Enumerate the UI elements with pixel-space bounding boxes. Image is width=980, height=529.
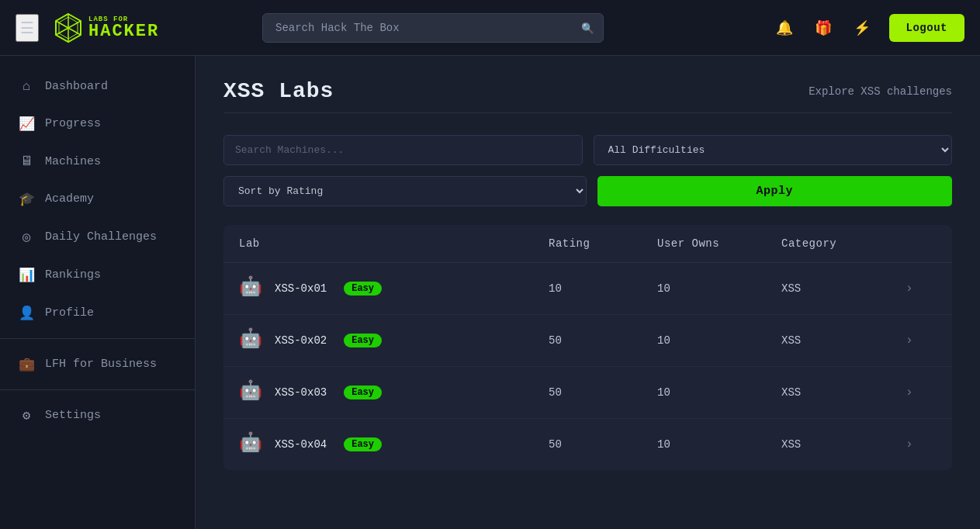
sidebar-item-label: Profile — [45, 306, 94, 320]
rating-value: 50 — [549, 334, 657, 347]
sidebar-item-dashboard[interactable]: ⌂ Dashboard — [0, 68, 195, 105]
apply-button[interactable]: Apply — [597, 176, 953, 206]
lab-cell: 🤖 XSS-0x03 Easy — [239, 379, 549, 406]
sidebar-item-label: Rankings — [45, 268, 101, 282]
topnav: ☰ LABS FOR HACKER 🔍 🔔 🎁 ⚡ Logout — [0, 0, 980, 56]
main-layout: ⌂ Dashboard 📈 Progress 🖥 Machines 🎓 Acad… — [0, 56, 980, 529]
search-input[interactable] — [262, 13, 604, 43]
rating-value: 50 — [549, 438, 657, 451]
daily-challenges-icon: ◎ — [19, 229, 34, 245]
user-owns-value: 10 — [657, 282, 781, 295]
category-value: XSS — [781, 438, 906, 451]
logo-hacker-label: HACKER — [88, 23, 159, 40]
profile-icon: 👤 — [19, 305, 34, 321]
col-lab: Lab — [239, 237, 549, 250]
table-row[interactable]: 🤖 XSS-0x02 Easy 50 10 XSS › — [223, 315, 952, 367]
user-owns-value: 10 — [657, 386, 781, 399]
category-value: XSS — [781, 386, 906, 399]
machines-icon: 🖥 — [19, 154, 34, 169]
difficulty-select[interactable]: All Difficulties Easy Medium Hard Insane — [594, 135, 953, 165]
lightning-icon[interactable]: ⚡ — [850, 16, 874, 40]
sidebar-item-progress[interactable]: 📈 Progress — [0, 105, 195, 143]
sidebar-item-label: LFH for Business — [45, 358, 157, 371]
nav-icons: 🔔 🎁 ⚡ Logout — [773, 14, 964, 42]
lab-name: XSS-0x01 — [275, 282, 327, 295]
difficulty-badge: Easy — [344, 386, 382, 399]
category-value: XSS — [781, 282, 906, 295]
settings-icon: ⚙ — [19, 407, 34, 424]
sidebar-item-academy[interactable]: 🎓 Academy — [0, 180, 195, 218]
col-rating: Rating — [549, 237, 657, 250]
sidebar-item-label: Settings — [45, 409, 101, 422]
sidebar: ⌂ Dashboard 📈 Progress 🖥 Machines 🎓 Acad… — [0, 56, 196, 529]
logo: LABS FOR HACKER — [51, 11, 159, 45]
row-arrow-icon: › — [906, 282, 937, 296]
filter-row-2: Sort by Rating Sort by Name Sort by User… — [223, 176, 952, 206]
lab-cell: 🤖 XSS-0x01 Easy — [239, 275, 549, 302]
row-arrow-icon: › — [906, 437, 937, 451]
labs-table: Lab Rating User Owns Category 🤖 XSS-0x01… — [223, 225, 952, 470]
table-row[interactable]: 🤖 XSS-0x04 Easy 50 10 XSS › — [223, 419, 952, 470]
content: XSS Labs Explore XSS challenges All Diff… — [196, 56, 980, 529]
logo-icon — [51, 11, 85, 45]
explore-link[interactable]: Explore XSS challenges — [809, 85, 952, 98]
filters: All Difficulties Easy Medium Hard Insane… — [223, 135, 952, 206]
academy-icon: 🎓 — [19, 191, 34, 207]
notifications-icon[interactable]: 🔔 — [773, 16, 796, 40]
sidebar-item-label: Dashboard — [45, 80, 108, 93]
sidebar-divider-2 — [0, 389, 195, 390]
lab-cell: 🤖 XSS-0x02 Easy — [239, 327, 549, 354]
table-header: Lab Rating User Owns Category — [223, 225, 952, 263]
page-header: XSS Labs Explore XSS challenges — [223, 79, 952, 103]
sidebar-item-label: Machines — [45, 155, 101, 168]
lfh-business-icon: 💼 — [19, 356, 34, 372]
sidebar-item-label: Academy — [45, 192, 94, 206]
difficulty-badge: Easy — [344, 334, 382, 347]
robot-icon: 🤖 — [239, 327, 265, 354]
robot-icon: 🤖 — [239, 379, 265, 406]
sidebar-item-settings[interactable]: ⚙ Settings — [0, 396, 195, 434]
row-arrow-icon: › — [906, 334, 937, 347]
robot-icon: 🤖 — [239, 431, 265, 458]
rating-value: 10 — [549, 282, 657, 295]
category-value: XSS — [781, 334, 906, 347]
sidebar-item-daily-challenges[interactable]: ◎ Daily Challenges — [0, 218, 195, 256]
gift-icon[interactable]: 🎁 — [812, 16, 835, 40]
rating-value: 50 — [549, 386, 657, 399]
sidebar-item-rankings[interactable]: 📊 Rankings — [0, 256, 195, 294]
table-row[interactable]: 🤖 XSS-0x03 Easy 50 10 XSS › — [223, 367, 952, 419]
col-category: Category — [781, 237, 906, 250]
robot-icon: 🤖 — [239, 275, 265, 302]
logout-button[interactable]: Logout — [889, 14, 964, 42]
rankings-icon: 📊 — [19, 267, 34, 283]
sidebar-item-profile[interactable]: 👤 Profile — [0, 294, 195, 332]
hamburger-menu[interactable]: ☰ — [16, 14, 39, 42]
sidebar-item-lfh-business[interactable]: 💼 LFH for Business — [0, 345, 195, 383]
search-machines-input[interactable] — [223, 135, 583, 165]
sidebar-item-label: Progress — [45, 117, 101, 130]
table-row[interactable]: 🤖 XSS-0x01 Easy 10 10 XSS › — [223, 263, 952, 315]
user-owns-value: 10 — [657, 438, 781, 451]
search-button[interactable]: 🔍 — [581, 22, 594, 33]
sidebar-item-label: Daily Challenges — [45, 230, 157, 244]
sort-select[interactable]: Sort by Rating Sort by Name Sort by User… — [223, 176, 587, 206]
dashboard-icon: ⌂ — [19, 79, 34, 94]
col-arrow-header — [906, 237, 937, 250]
difficulty-badge: Easy — [344, 437, 382, 451]
col-user-owns: User Owns — [657, 237, 781, 250]
lab-name: XSS-0x04 — [275, 438, 327, 451]
lab-cell: 🤖 XSS-0x04 Easy — [239, 431, 549, 458]
row-arrow-icon: › — [906, 386, 937, 399]
filter-row-1: All Difficulties Easy Medium Hard Insane — [223, 135, 952, 165]
progress-icon: 📈 — [19, 116, 34, 132]
lab-name: XSS-0x02 — [275, 334, 327, 347]
difficulty-badge: Easy — [344, 282, 382, 296]
search-bar: 🔍 — [262, 13, 604, 43]
lab-name: XSS-0x03 — [275, 386, 327, 399]
logo-text: LABS FOR HACKER — [88, 16, 159, 40]
sidebar-item-machines[interactable]: 🖥 Machines — [0, 143, 195, 180]
page-title: XSS Labs — [223, 79, 334, 103]
sidebar-divider — [0, 338, 195, 339]
header-divider — [223, 112, 952, 113]
user-owns-value: 10 — [657, 334, 781, 347]
